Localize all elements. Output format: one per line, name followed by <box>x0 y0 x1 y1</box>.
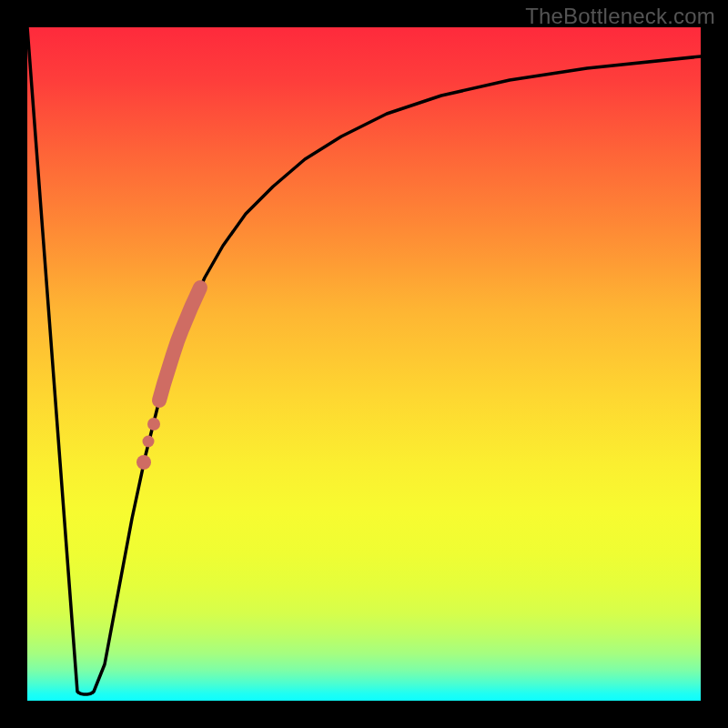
highlight-band <box>159 288 200 400</box>
watermark-text: TheBottleneck.com <box>525 4 715 29</box>
highlight-dot <box>136 455 151 470</box>
chart-frame: TheBottleneck.com <box>0 0 728 728</box>
bottleneck-curve <box>27 27 701 694</box>
highlight-dot <box>143 436 155 448</box>
plot-area <box>27 27 701 701</box>
highlight-dot <box>147 418 160 430</box>
curve-layer <box>27 27 701 701</box>
